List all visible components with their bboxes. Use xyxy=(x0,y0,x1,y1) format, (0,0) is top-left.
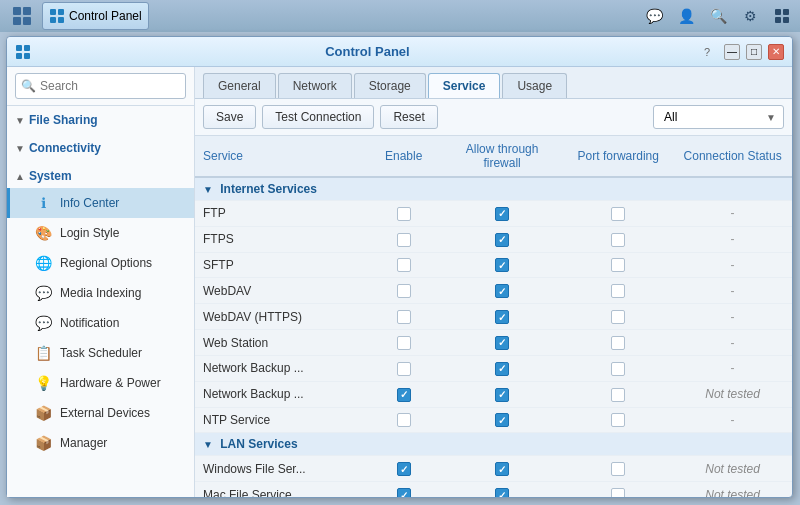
cell-service-name: Web Station xyxy=(195,330,366,356)
port-forwarding-checkbox[interactable] xyxy=(611,310,625,324)
column-header-port-forwarding: Port forwarding xyxy=(563,136,673,177)
firewall-checkbox[interactable] xyxy=(495,207,509,221)
help-button[interactable]: ? xyxy=(704,46,710,58)
chat-icon[interactable]: 💬 xyxy=(640,2,668,30)
cell-connection-status: - xyxy=(673,355,792,381)
sidebar: 🔍 ▼ File Sharing ▼ Connectivity xyxy=(7,67,195,497)
status-dash: - xyxy=(731,232,735,246)
services-table: Service Enable Allow through firewall Po… xyxy=(195,136,792,497)
tab-usage[interactable]: Usage xyxy=(502,73,567,98)
enable-checkbox[interactable] xyxy=(397,284,411,298)
sidebar-item-regional-options[interactable]: 🌐 Regional Options xyxy=(7,248,194,278)
port-forwarding-checkbox[interactable] xyxy=(611,284,625,298)
restore-button[interactable]: □ xyxy=(746,44,762,60)
status-dash: - xyxy=(731,206,735,220)
test-connection-button[interactable]: Test Connection xyxy=(262,105,374,129)
external-devices-icon: 📦 xyxy=(34,404,52,422)
svg-rect-15 xyxy=(24,53,30,59)
chevron-down-icon: ▼ xyxy=(15,143,25,154)
port-forwarding-checkbox[interactable] xyxy=(611,362,625,376)
port-forwarding-checkbox[interactable] xyxy=(611,462,625,476)
firewall-checkbox[interactable] xyxy=(495,462,509,476)
tab-general[interactable]: General xyxy=(203,73,276,98)
port-forwarding-checkbox[interactable] xyxy=(611,413,625,427)
manager-icon: 📦 xyxy=(34,434,52,452)
settings-icon[interactable]: ⚙ xyxy=(736,2,764,30)
port-forwarding-checkbox[interactable] xyxy=(611,388,625,402)
firewall-checkbox[interactable] xyxy=(495,258,509,272)
enable-checkbox[interactable] xyxy=(397,233,411,247)
enable-checkbox[interactable] xyxy=(397,388,411,402)
cell-connection-status: Not tested xyxy=(673,482,792,497)
port-forwarding-checkbox[interactable] xyxy=(611,233,625,247)
port-forwarding-checkbox[interactable] xyxy=(611,488,625,497)
status-dash: - xyxy=(731,258,735,272)
svg-rect-2 xyxy=(13,17,21,25)
port-forwarding-checkbox[interactable] xyxy=(611,207,625,221)
firewall-checkbox[interactable] xyxy=(495,413,509,427)
svg-rect-12 xyxy=(16,45,22,51)
taskbar-app-control-panel[interactable]: Control Panel xyxy=(42,2,149,30)
cell-firewall xyxy=(441,278,563,304)
sidebar-section-file-sharing-header[interactable]: ▼ File Sharing xyxy=(7,108,194,132)
window-body: 🔍 ▼ File Sharing ▼ Connectivity xyxy=(7,67,792,497)
search-input[interactable] xyxy=(15,73,186,99)
sidebar-item-external-devices[interactable]: 📦 External Devices xyxy=(7,398,194,428)
tab-network[interactable]: Network xyxy=(278,73,352,98)
cell-enable xyxy=(366,456,440,482)
tab-service[interactable]: Service xyxy=(428,73,501,98)
table-row: Web Station- xyxy=(195,330,792,356)
firewall-checkbox[interactable] xyxy=(495,336,509,350)
enable-checkbox[interactable] xyxy=(397,488,411,497)
search-container: 🔍 xyxy=(7,67,194,106)
grid-view-icon[interactable] xyxy=(768,2,796,30)
cell-port-forwarding xyxy=(563,355,673,381)
reset-button[interactable]: Reset xyxy=(380,105,437,129)
status-not-tested: Not tested xyxy=(705,488,760,497)
firewall-checkbox[interactable] xyxy=(495,233,509,247)
sidebar-item-info-center[interactable]: ℹ Info Center xyxy=(7,188,194,218)
close-button[interactable]: ✕ xyxy=(768,44,784,60)
sidebar-item-manager[interactable]: 📦 Manager xyxy=(7,428,194,458)
firewall-checkbox[interactable] xyxy=(495,362,509,376)
cell-firewall xyxy=(441,355,563,381)
cell-connection-status: - xyxy=(673,304,792,330)
enable-checkbox[interactable] xyxy=(397,362,411,376)
enable-checkbox[interactable] xyxy=(397,258,411,272)
firewall-checkbox[interactable] xyxy=(495,310,509,324)
table-row: Mac File ServiceNot tested xyxy=(195,482,792,497)
cell-firewall xyxy=(441,407,563,433)
firewall-checkbox[interactable] xyxy=(495,284,509,298)
cell-firewall xyxy=(441,201,563,227)
search-icon[interactable]: 🔍 xyxy=(704,2,732,30)
cell-service-name: WebDAV (HTTPS) xyxy=(195,304,366,330)
svg-rect-5 xyxy=(58,9,64,15)
enable-checkbox[interactable] xyxy=(397,310,411,324)
enable-checkbox[interactable] xyxy=(397,462,411,476)
enable-checkbox[interactable] xyxy=(397,413,411,427)
taskbar-grid-icon[interactable] xyxy=(4,2,40,30)
filter-dropdown[interactable]: All Internet Services LAN Services xyxy=(653,105,784,129)
status-dash: - xyxy=(731,413,735,427)
sidebar-item-login-style[interactable]: 🎨 Login Style xyxy=(7,218,194,248)
sidebar-item-hardware-power[interactable]: 💡 Hardware & Power xyxy=(7,368,194,398)
user-icon[interactable]: 👤 xyxy=(672,2,700,30)
firewall-checkbox[interactable] xyxy=(495,488,509,497)
enable-checkbox[interactable] xyxy=(397,336,411,350)
sidebar-section-connectivity-header[interactable]: ▼ Connectivity xyxy=(7,136,194,160)
cell-port-forwarding xyxy=(563,456,673,482)
minimize-button[interactable]: — xyxy=(724,44,740,60)
sidebar-item-media-indexing[interactable]: 💬 Media Indexing xyxy=(7,278,194,308)
status-dash: - xyxy=(731,361,735,375)
tab-storage[interactable]: Storage xyxy=(354,73,426,98)
port-forwarding-checkbox[interactable] xyxy=(611,258,625,272)
cell-port-forwarding xyxy=(563,407,673,433)
taskbar: Control Panel 💬 👤 🔍 ⚙ xyxy=(0,0,800,32)
port-forwarding-checkbox[interactable] xyxy=(611,336,625,350)
enable-checkbox[interactable] xyxy=(397,207,411,221)
sidebar-item-notification[interactable]: 💬 Notification xyxy=(7,308,194,338)
firewall-checkbox[interactable] xyxy=(495,388,509,402)
sidebar-section-system-header[interactable]: ▲ System xyxy=(7,164,194,188)
save-button[interactable]: Save xyxy=(203,105,256,129)
sidebar-item-task-scheduler[interactable]: 📋 Task Scheduler xyxy=(7,338,194,368)
